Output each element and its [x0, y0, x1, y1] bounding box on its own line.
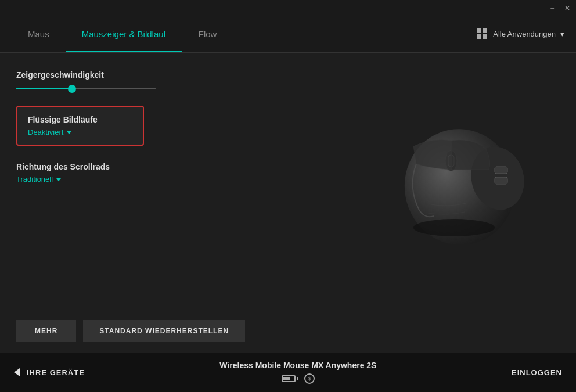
nav-tabs: Maus Mauszeiger & Bildlauf Flow Alle Anw…	[0, 16, 576, 52]
login-button[interactable]: EINLOGGEN	[512, 368, 562, 377]
smooth-scroll-chevron-icon	[67, 131, 71, 134]
app-switcher-chevron: ▾	[560, 30, 564, 38]
svg-rect-4	[495, 167, 507, 174]
smooth-scroll-box[interactable]: Flüssige Bildläufe Deaktiviert	[16, 106, 144, 146]
device-name: Wireless Mobile Mouse MX Anywhere 2S	[219, 361, 376, 370]
mouse-image	[379, 106, 541, 257]
smooth-scroll-title: Flüssige Bildläufe	[28, 115, 132, 124]
speed-section: Zeigergeschwindigkeit	[16, 70, 327, 89]
smooth-scroll-section: Flüssige Bildläufe Deaktiviert	[16, 106, 327, 146]
speed-slider-thumb[interactable]	[68, 85, 76, 93]
footer-center: Wireless Mobile Mouse MX Anywhere 2S ✳	[219, 361, 376, 384]
main-content: Zeigergeschwindigkeit Flüssige Bildläufe…	[0, 53, 576, 310]
app-switcher-label: Alle Anwendungen	[493, 30, 556, 38]
bottom-buttons-area: MEHR STANDARD WIEDERHERSTELLEN	[0, 310, 576, 353]
speed-slider-container	[16, 88, 327, 89]
battery-icon	[282, 375, 298, 382]
scroll-direction-section: Richtung des Scrollrads Traditionell	[16, 162, 327, 184]
svg-rect-5	[495, 177, 507, 184]
scroll-direction-chevron-icon	[56, 178, 61, 181]
svg-point-6	[413, 219, 495, 236]
grid-icon	[477, 28, 488, 40]
scroll-direction-value-label: Traditionell	[16, 175, 53, 184]
scroll-direction-title: Richtung des Scrollrads	[16, 162, 327, 171]
battery-fill	[283, 377, 290, 380]
chevron-left-icon	[14, 368, 20, 376]
mouse-area	[344, 53, 576, 310]
speed-title: Zeigergeschwindigkeit	[16, 70, 327, 80]
smooth-scroll-dropdown[interactable]: Deaktiviert	[28, 128, 132, 136]
close-button[interactable]: ✕	[563, 4, 571, 12]
device-icons: ✳	[219, 373, 376, 384]
mouse-svg	[384, 112, 535, 251]
battery-body	[282, 375, 296, 382]
back-button[interactable]: IHRE GERÄTE	[14, 368, 85, 377]
settings-panel: Zeigergeschwindigkeit Flüssige Bildläufe…	[0, 53, 344, 310]
snowflake-icon: ✳	[304, 373, 315, 384]
speed-slider-track[interactable]	[16, 88, 156, 89]
smooth-scroll-value-label: Deaktiviert	[28, 128, 63, 136]
app-switcher[interactable]: Alle Anwendungen ▾	[477, 28, 564, 40]
scroll-direction-dropdown[interactable]: Traditionell	[16, 175, 327, 184]
tab-flow[interactable]: Flow	[182, 16, 233, 52]
tab-maus[interactable]: Maus	[12, 16, 66, 52]
mehr-button[interactable]: MEHR	[16, 320, 76, 342]
footer: IHRE GERÄTE Wireless Mobile Mouse MX Any…	[0, 353, 576, 392]
title-bar: − ✕	[0, 0, 576, 16]
tab-mauszeiger-bildlauf[interactable]: Mauszeiger & Bildlauf	[66, 16, 182, 52]
battery-tip	[297, 377, 298, 380]
minimize-button[interactable]: −	[548, 4, 556, 12]
back-label: IHRE GERÄTE	[27, 368, 85, 377]
speed-slider-fill	[16, 88, 72, 89]
standard-button[interactable]: STANDARD WIEDERHERSTELLEN	[83, 320, 245, 342]
